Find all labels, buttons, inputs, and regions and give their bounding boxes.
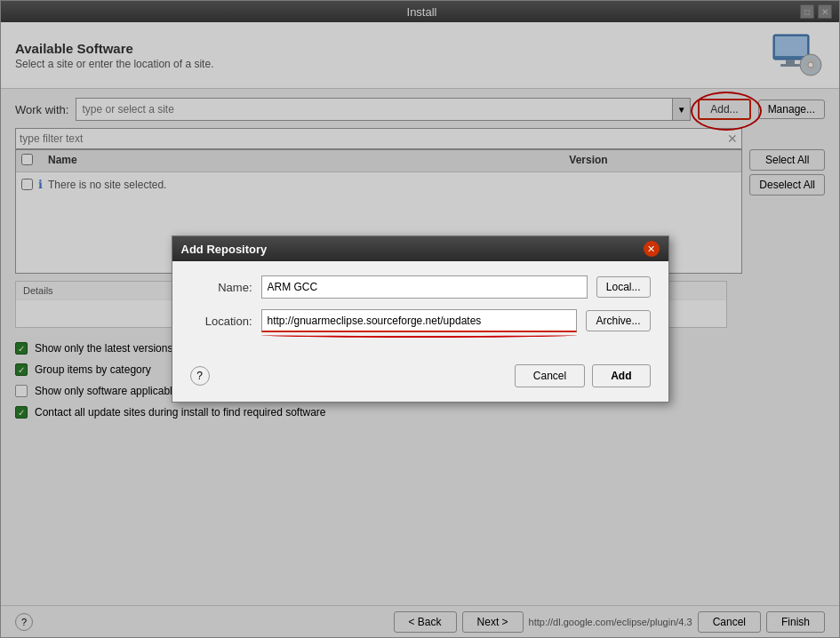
dialog-footer: ? Cancel Add xyxy=(172,357,668,402)
dialog-add-button[interactable]: Add xyxy=(592,364,650,387)
dialog-close-button[interactable]: ✕ xyxy=(644,241,660,257)
archive-button[interactable]: Archive... xyxy=(586,310,650,331)
add-repository-dialog: Add Repository ✕ Name: Local... Location… xyxy=(172,235,669,403)
dialog-title: Add Repository xyxy=(181,243,268,256)
dialog-location-row: Location: Archive... xyxy=(190,309,651,332)
dialog-name-label: Name: xyxy=(190,281,252,294)
dialog-name-row: Name: Local... xyxy=(190,275,651,299)
dialog-location-label: Location: xyxy=(190,315,252,328)
annotation-underline xyxy=(261,332,578,338)
modal-overlay: Add Repository ✕ Name: Local... Location… xyxy=(0,0,840,638)
dialog-body: Name: Local... Location: Archive... xyxy=(172,261,668,357)
dialog-cancel-button[interactable]: Cancel xyxy=(515,364,585,387)
dialog-name-input[interactable] xyxy=(261,275,588,299)
location-input-wrapper xyxy=(261,309,578,332)
local-button[interactable]: Local... xyxy=(596,276,651,298)
dialog-footer-buttons: Cancel Add xyxy=(515,364,651,387)
dialog-location-input[interactable] xyxy=(261,309,578,332)
dialog-help-button[interactable]: ? xyxy=(190,366,210,386)
dialog-title-bar: Add Repository ✕ xyxy=(172,236,668,261)
